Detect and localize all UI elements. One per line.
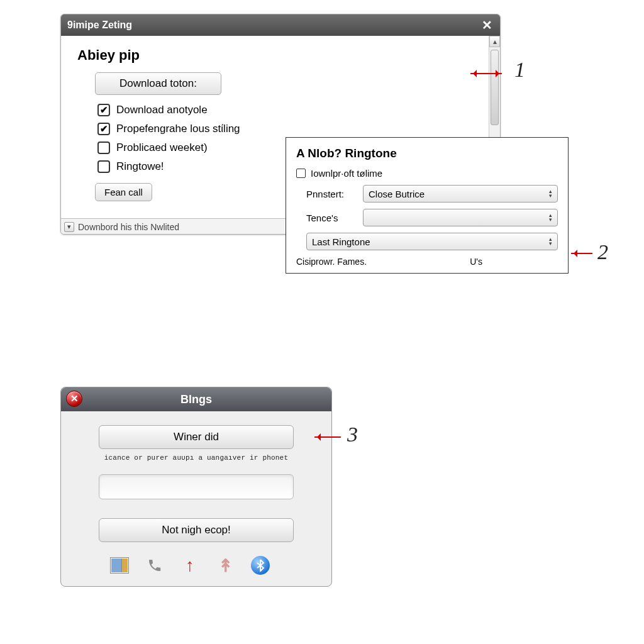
combo-pnnstert[interactable]: Close Butrice ▴▾ [363,185,558,203]
download-button[interactable]: Download toton: [95,72,221,95]
callout-arrow-1 [470,73,502,74]
option-row: ✔ Download anotyole [97,104,471,116]
ringtone-footer: Cisiprowr. Fames. U's [296,257,558,267]
bluetooth-icon[interactable] [251,556,270,575]
settings-titlebar[interactable]: 9imipe Zeting ✕ [61,14,500,36]
ringtone-checkbox-row: Iownlpr·oft tølime [296,168,558,179]
phone-icon[interactable] [145,556,164,575]
blngs-body: Winer did icance or purer auυpı a uangaı… [61,411,331,586]
close-icon[interactable]: ✕ [480,18,494,32]
blngs-titlebar[interactable]: ✕ Blngs [61,387,331,411]
checkbox[interactable]: ✔ [97,104,110,116]
blngs-title: Blngs [180,393,212,406]
option-row: ✔ Propefengrahe lous stίling [97,123,471,135]
ringtone-heading: A Nlob? Ringtone [296,147,558,160]
arrow-up-icon[interactable]: ↑ [180,556,199,575]
callout-number-2: 2 [597,240,608,264]
text-input[interactable] [99,474,294,499]
icon-row: ↑ ↟ [84,556,270,575]
scroll-thumb[interactable] [491,50,499,125]
chevron-down-icon[interactable]: ▾ [64,222,74,232]
blngs-dialog: ✕ Blngs Winer did icance or purer auυpı … [60,387,332,587]
settings-title: 9imipe Zeting [67,19,132,31]
checkbox[interactable] [296,169,306,178]
checkbox[interactable]: ✔ [97,123,110,135]
option-label: Propefengrahe lous stίling [116,123,240,135]
secondary-button[interactable]: Not nigh ecop! [99,518,294,542]
option-label: Problicaed weeket) [116,142,208,154]
callout-number-3: 3 [347,423,358,447]
stepper-icon: ▴▾ [549,189,552,198]
option-label: Download anotyole [116,104,208,116]
caption-text: icance or purer auυpı a uangaıver ir pho… [104,454,288,462]
checkbox[interactable] [97,160,110,173]
stepper-icon: ▴▾ [549,237,552,246]
footer-left-text: Cisiprowr. Fames. [296,257,367,267]
ringtone-panel: A Nlob? Ringtone Iownlpr·oft tølime Pnns… [286,137,569,274]
status-text: Downbord his this Nwlited [78,222,179,232]
combo-label: Pnnstert: [306,189,358,199]
close-icon[interactable]: ✕ [66,391,82,407]
callout-arrow-3 [314,436,341,438]
combo-value: Last Ringtone [312,236,370,247]
combo-last-ringtone[interactable]: Last Ringtone ▴▾ [306,233,558,250]
checkbox[interactable] [97,142,110,154]
arrow-up-faded-icon[interactable]: ↟ [216,556,235,575]
primary-button[interactable]: Winer did [99,425,294,449]
picture-icon[interactable] [110,556,129,575]
scroll-up-icon[interactable]: ▴ [489,36,500,47]
combo-tences[interactable]: ▴▾ [363,209,558,226]
footer-right-text: U's [470,257,558,267]
combo-label: Tence's [306,213,358,223]
settings-heading: Abiey pip [77,47,471,64]
combo-value: Close Butrice [369,189,425,199]
callout-arrow-2 [571,253,592,254]
option-label: Ringtowe! [116,160,164,173]
action-button[interactable]: Fean call [95,183,152,201]
callout-number-1: 1 [514,58,525,82]
stepper-icon: ▴▾ [549,213,552,222]
ringtone-checkbox-label: Iownlpr·oft tølime [311,168,382,179]
